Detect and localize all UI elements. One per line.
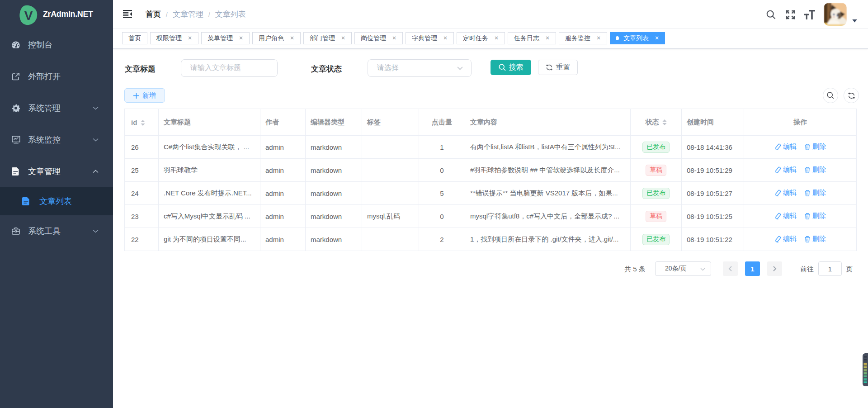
svg-text:V: V [24, 9, 33, 23]
